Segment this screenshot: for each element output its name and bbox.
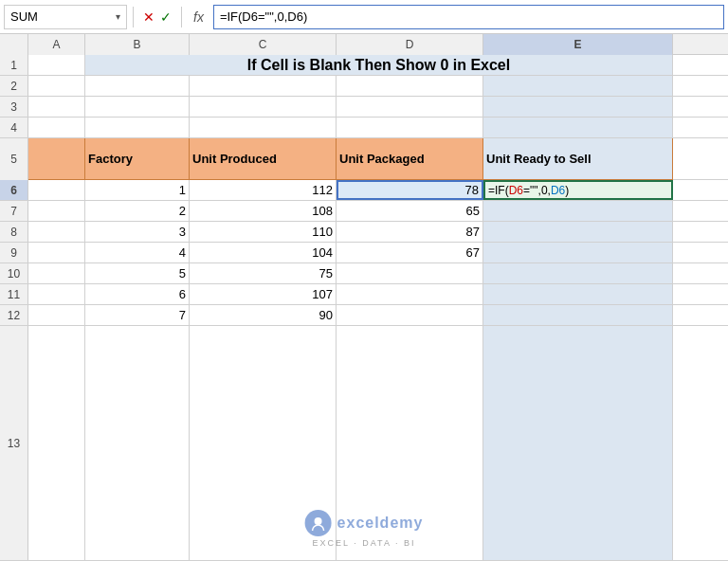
cell-12A[interactable] (28, 305, 85, 325)
cell-3A[interactable] (28, 97, 85, 117)
grid-row-11: 11 6 107 (0, 284, 728, 305)
cell-7C[interactable]: 108 (190, 201, 337, 221)
col-header-C[interactable]: C (190, 34, 337, 55)
grid-row-2: 2 (0, 76, 728, 97)
cell-4C[interactable] (190, 118, 337, 137)
cell-6B[interactable]: 1 (85, 180, 190, 200)
cell-5B-factory[interactable]: Factory (85, 138, 190, 180)
val-6B: 1 (179, 183, 186, 197)
cell-9B[interactable]: 4 (85, 243, 190, 262)
cell-8B[interactable]: 3 (85, 222, 190, 242)
val-9B: 4 (179, 245, 186, 260)
cell-11D[interactable] (337, 284, 483, 304)
cell-13D[interactable] (337, 326, 483, 560)
name-box-arrow: ▾ (116, 11, 120, 22)
cell-11B[interactable]: 6 (85, 284, 190, 304)
cell-2C[interactable] (190, 76, 337, 96)
row-header-11: 11 (0, 284, 28, 304)
cell-2B[interactable] (85, 76, 190, 96)
cell-11E[interactable] (483, 284, 673, 304)
cell-3E[interactable] (483, 97, 673, 117)
cell-12D[interactable] (337, 305, 483, 325)
cell-4A[interactable] (28, 118, 85, 137)
col-header-B[interactable]: B (85, 34, 190, 55)
cell-1A[interactable] (28, 55, 85, 75)
grid-row-1: 1 If Cell is Blank Then Show 0 in Excel (0, 55, 728, 76)
cell-5E-unit-ready[interactable]: Unit Ready to Sell (483, 138, 673, 180)
name-box[interactable]: SUM ▾ (4, 5, 127, 29)
grid-row-4: 4 (0, 118, 728, 138)
row-header-3: 3 (0, 97, 28, 117)
cell-6C[interactable]: 112 (190, 180, 337, 200)
val-7B: 2 (179, 204, 186, 218)
cell-1B-title[interactable]: If Cell is Blank Then Show 0 in Excel (85, 55, 673, 75)
cell-3C[interactable] (190, 97, 337, 117)
cell-13E[interactable] (483, 326, 673, 560)
col-header-E[interactable]: E (483, 34, 673, 55)
cell-7D[interactable]: 65 (337, 201, 483, 221)
val-11C: 107 (312, 287, 333, 301)
cell-9E[interactable] (483, 243, 673, 262)
cell-5D-unit-packaged[interactable]: Unit Packaged (337, 138, 483, 180)
val-7D: 65 (466, 204, 480, 218)
cell-13C[interactable] (190, 326, 337, 560)
cell-6A[interactable] (28, 180, 85, 200)
row-header-7: 7 (0, 201, 28, 221)
val-6C: 112 (312, 183, 333, 197)
cell-6D[interactable]: 78 (337, 180, 483, 200)
cell-8A[interactable] (28, 222, 85, 242)
grid-body: 1 If Cell is Blank Then Show 0 in Excel … (0, 55, 728, 561)
grid-row-9: 9 4 104 67 (0, 243, 728, 263)
cell-2A[interactable] (28, 76, 85, 96)
cell-7E[interactable] (483, 201, 673, 221)
cell-3D[interactable] (337, 97, 483, 117)
cell-3B[interactable] (85, 97, 190, 117)
cell-9D[interactable]: 67 (337, 243, 483, 262)
cell-5C-unit-produced[interactable]: Unit Produced (190, 138, 337, 180)
row-header-9: 9 (0, 243, 28, 262)
cell-12B[interactable]: 7 (85, 305, 190, 325)
col-header-A[interactable]: A (28, 34, 85, 55)
cell-7B[interactable]: 2 (85, 201, 190, 221)
fx-label: fx (188, 9, 209, 25)
cell-13A[interactable] (28, 326, 85, 560)
cell-11C[interactable]: 107 (190, 284, 337, 304)
col-header-D[interactable]: D (337, 34, 483, 55)
cell-7A[interactable] (28, 201, 85, 221)
row-header-12: 12 (0, 305, 28, 325)
cell-12C[interactable]: 90 (190, 305, 337, 325)
cell-6E[interactable]: =IF(D6="",0,D6) (483, 180, 673, 200)
grid-row-12: 12 7 90 (0, 305, 728, 326)
cell-4E[interactable] (483, 118, 673, 137)
cell-4B[interactable] (85, 118, 190, 137)
cancel-icon[interactable]: ✕ (143, 9, 155, 25)
cell-11A[interactable] (28, 284, 85, 304)
cell-8E[interactable] (483, 222, 673, 242)
cell-12E[interactable] (483, 305, 673, 325)
cell-10D[interactable] (337, 263, 483, 283)
val-12C: 90 (319, 308, 333, 322)
cell-9A[interactable] (28, 243, 85, 262)
cell-10C[interactable]: 75 (190, 263, 337, 283)
grid-row-6: 6 1 112 78 =IF(D6="",0,D6) (0, 180, 728, 201)
cell-8C[interactable]: 110 (190, 222, 337, 242)
cell-2E[interactable] (483, 76, 673, 96)
cell-5A[interactable] (28, 138, 85, 180)
val-8C: 110 (312, 225, 333, 239)
header-factory: Factory (88, 152, 133, 166)
formula-input[interactable] (213, 5, 724, 29)
val-12B: 7 (179, 308, 186, 322)
cell-13B[interactable] (85, 326, 190, 560)
grid-row-3: 3 (0, 97, 728, 118)
cell-10E[interactable] (483, 263, 673, 283)
row-header-8: 8 (0, 222, 28, 242)
cell-10B[interactable]: 5 (85, 263, 190, 283)
cell-10A[interactable] (28, 263, 85, 283)
cell-9C[interactable]: 104 (190, 243, 337, 262)
cell-8D[interactable]: 87 (337, 222, 483, 242)
grid-row-13: 13 (0, 326, 728, 561)
confirm-icon[interactable]: ✓ (160, 9, 172, 25)
cell-4D[interactable] (337, 118, 483, 137)
cell-2D[interactable] (337, 76, 483, 96)
grid-row-7: 7 2 108 65 (0, 201, 728, 222)
